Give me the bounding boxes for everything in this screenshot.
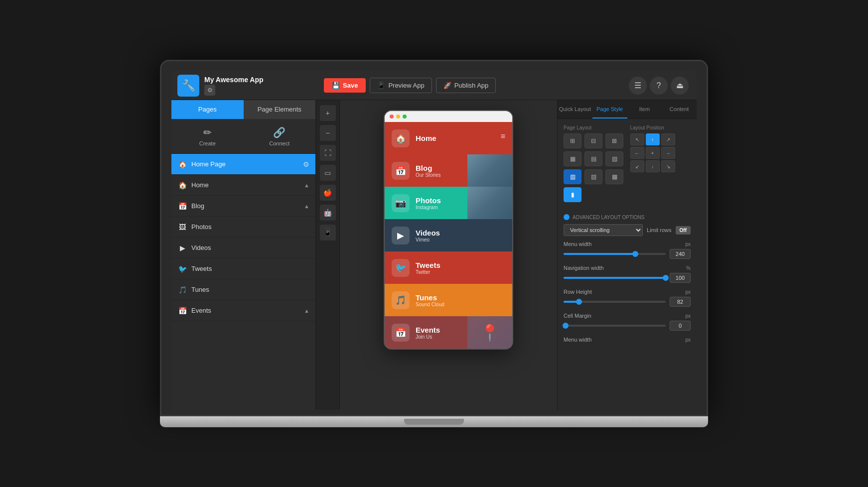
create-button[interactable]: ✏ Create [171,119,244,153]
sidebar-tabs: Pages Page Elements [171,100,315,119]
sidebar-item-tweets[interactable]: 🐦 Tweets [171,258,315,279]
page-icon: 🎵 [177,286,187,294]
sidebar-item-blog[interactable]: 📅 Blog ▲ [171,196,315,217]
tab-pages[interactable]: Pages [171,100,244,119]
laptop-base [160,416,708,427]
nav-width-slider [564,273,691,283]
right-panel-content: Page Layout ⊞ ⊟ ⊠ ▦ [558,119,697,410]
page-gear-icon[interactable]: ⚙ [303,160,309,168]
brand-icon: 🔧 [177,75,199,97]
layout-btn-3[interactable]: ⊠ [605,133,623,148]
tweets-icon: 🐦 [392,259,410,277]
tab-item[interactable]: Item [627,100,662,119]
settings-icon-btn[interactable]: ⚙ [204,85,215,96]
tab-content[interactable]: Content [662,100,697,119]
sidebar-item-videos[interactable]: ▶ Videos [171,238,315,258]
pos-mid-left[interactable]: ← [630,147,644,159]
pos-mid-right[interactable]: → [661,147,675,159]
menu-width-value[interactable] [670,249,691,259]
nav-width-track[interactable] [564,277,666,279]
sidebar-item-photos[interactable]: 🖼 Photos [171,217,315,238]
row-height-thumb[interactable] [576,299,582,305]
nav-width-value[interactable] [670,273,691,283]
fullscreen-icon: ⛶ [324,149,331,157]
pos-bot-left[interactable]: ↙ [630,160,644,172]
menu-item-events[interactable]: 📅 Events Join Us 📍 [385,316,512,349]
connect-button[interactable]: 🔗 Connect [244,119,316,153]
pos-mid-center[interactable]: + [646,147,660,159]
pos-top-left[interactable]: ↖ [630,133,644,145]
pos-top-right[interactable]: ↗ [661,133,675,145]
videos-text: Videos Vimeo [416,229,505,243]
layout-btn-5[interactable]: ▤ [584,151,602,166]
pos-top-center[interactable]: ↑ [646,133,660,145]
sidebar-item-tunes[interactable]: 🎵 Tunes [171,279,315,300]
cell-margin-slider-row: Cell Margin px [564,313,691,331]
portrait-button[interactable]: ▭ [320,165,336,181]
page-icon: 🏠 [177,181,187,189]
minimize-dot [396,115,400,119]
layout-btn-9[interactable]: ▩ [605,169,623,184]
phone-button[interactable]: 📱 [320,225,336,241]
cell-margin-value[interactable] [670,321,691,331]
events-bg-image: 📍 [467,316,512,349]
screen-bezel: 🔧 My Awesome App ⚙ 💾 Save [160,60,708,416]
toolbar: 💾 Save 📱 Preview App 🚀 Publish App [316,78,629,93]
tab-page-elements[interactable]: Page Elements [244,100,316,119]
layout-btn-2[interactable]: ⊟ [584,133,602,148]
zoom-out-button[interactable]: − [320,125,336,141]
nav-width-label-row: Navigation width % [564,265,691,271]
preview-button[interactable]: 📱 Preview App [370,78,432,93]
pos-bot-right[interactable]: ↘ [661,160,675,172]
phone-titlebar [385,111,512,122]
preview-area: 🏠 Home ≡ 📅 [340,100,557,410]
tab-page-style[interactable]: Page Style [592,100,627,119]
publish-button[interactable]: 🚀 Publish App [436,78,496,93]
brand-info: My Awesome App ⚙ [204,76,264,96]
menu-item-tunes[interactable]: 🎵 Tunes Sound Cloud [385,284,512,316]
help-button[interactable]: ? [650,77,668,95]
page-icon: ▶ [177,244,187,252]
layout-btn-6[interactable]: ▧ [605,151,623,166]
sidebar-item-events[interactable]: 📅 Events ▲ [171,300,315,321]
menu-item-videos[interactable]: ▶ Videos Vimeo [385,219,512,251]
android-button[interactable]: 🤖 [320,205,336,221]
phone-icon: 📱 [323,229,332,237]
limit-rows-toggle[interactable]: Off [676,226,691,235]
nav-width-thumb[interactable] [663,275,669,281]
menu-item-home[interactable]: 🏠 Home ≡ [385,122,512,154]
zoom-in-button[interactable]: + [320,105,336,121]
connect-icon: 🔗 [273,126,286,138]
menu-width-track[interactable] [564,253,666,255]
cell-margin-track[interactable] [564,325,666,327]
menu-item-blog[interactable]: 📅 Blog Our Stories [385,154,512,187]
sidebar-item-homepage[interactable]: 🏠 Home Page ⚙ [171,154,315,175]
pos-bot-center[interactable]: ↓ [646,160,660,172]
menu-width-thumb[interactable] [632,251,638,257]
layout-btn-7[interactable]: ▥ [564,169,581,184]
layout-btn-10[interactable]: ▮ [564,187,581,202]
events-icon: 📅 [392,324,410,342]
layout-btn-4[interactable]: ▦ [564,151,581,166]
save-button[interactable]: 💾 Save [324,78,366,93]
menu-width-label-row: Menu width px [564,241,691,247]
scrolling-dropdown[interactable]: Vertical scrolling [564,224,643,236]
list-button[interactable]: ☰ [629,77,647,95]
apple-button[interactable]: 🍎 [320,185,336,201]
device-controls: + − ⛶ ▭ 🍎 [316,100,340,410]
cell-margin-thumb[interactable] [563,323,569,329]
row-height-track[interactable] [564,301,666,303]
scrolling-row: Vertical scrolling Limit rows Off [564,224,691,236]
layout-btn-1[interactable]: ⊞ [564,133,581,148]
tab-quick-layout[interactable]: Quick Layout [558,100,592,119]
center-area: + − ⛶ ▭ 🍎 [316,100,557,410]
row-height-value[interactable] [670,297,691,307]
help-icon: ? [657,81,661,90]
logout-button[interactable]: ⏏ [671,77,689,95]
menu-item-tweets[interactable]: 🐦 Tweets Twitter [385,251,512,284]
fullscreen-button[interactable]: ⛶ [320,145,336,161]
sidebar-item-home[interactable]: 🏠 Home ▲ [171,175,315,196]
layout-position-label: Layout Position [630,125,691,130]
layout-btn-8[interactable]: ▨ [584,169,602,184]
menu-item-photos[interactable]: 📷 Photos Instagram [385,187,512,219]
